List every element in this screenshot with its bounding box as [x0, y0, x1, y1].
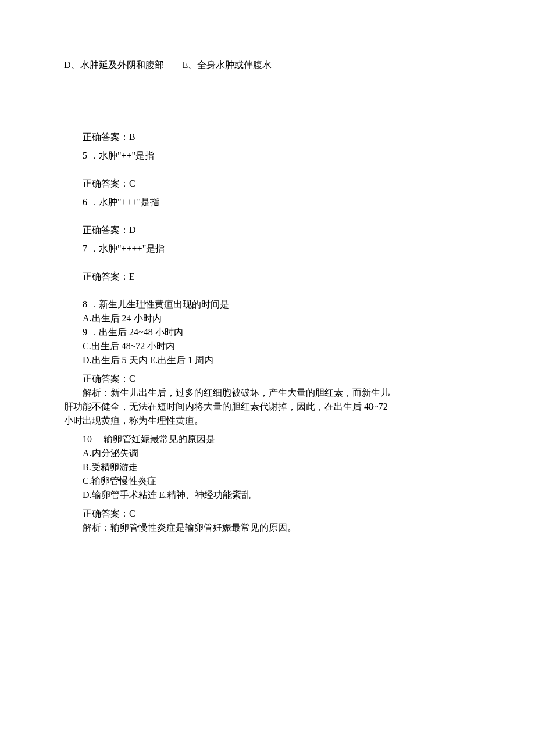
- q10-explanation: 解析：输卵管慢性炎症是输卵管妊娠最常见的原因。: [64, 521, 471, 535]
- answer-q4: 正确答案：B: [64, 130, 471, 144]
- answer-q8: 正确答案：C: [64, 372, 471, 386]
- q10-option-a: A.内分泌失调: [64, 446, 471, 460]
- spacer: [64, 209, 471, 223]
- question-10: 10 输卵管妊娠最常见的原因是: [64, 432, 471, 446]
- question-5: 5 ．水肿"++"是指: [64, 149, 471, 163]
- answer-q7: 正确答案：E: [64, 270, 471, 284]
- question-6: 6 ．水肿"+++"是指: [64, 195, 471, 209]
- spacer: [64, 191, 471, 195]
- q8-option-de: D.出生后 5 天内 E.出生后 1 周内: [64, 353, 471, 367]
- question-8: 8 ．新生儿生理性黄疸出现的时间是: [64, 298, 471, 311]
- q8-explanation-3: 小时出现黄疸，称为生理性黄疸。: [64, 414, 471, 428]
- answer-q10: 正确答案：C: [64, 507, 471, 521]
- question-7: 7 ．水肿"++++"是指: [64, 242, 471, 256]
- document-page: D、水肿延及外阴和腹部 E、全身水肿或伴腹水 正确答案：B 5 ．水肿"++"是…: [0, 0, 535, 581]
- spacer: [64, 163, 471, 177]
- spacer: [64, 144, 471, 149]
- spacer: [64, 237, 471, 242]
- q8-explanation-2: 肝功能不健全，无法在短时间内将大量的胆红素代谢掉，因此，在出生后 48~72: [64, 400, 471, 414]
- q8-option-a: A.出生后 24 小时内: [64, 311, 471, 325]
- q8-option-b: 9 ．出生后 24~48 小时内: [64, 325, 471, 339]
- spacer: [64, 428, 471, 432]
- q10-option-b: B.受精卵游走: [64, 460, 471, 474]
- spacer: [64, 72, 471, 130]
- answer-q5: 正确答案：C: [64, 177, 471, 191]
- spacer: [64, 367, 471, 372]
- q10-option-c: C.输卵管慢性炎症: [64, 474, 471, 488]
- q10-option-de: D.输卵管手术粘连 E.精神、神经功能紊乱: [64, 488, 471, 502]
- spacer: [64, 502, 471, 507]
- q8-option-c: C.出生后 48~72 小时内: [64, 339, 471, 353]
- spacer: [64, 284, 471, 298]
- answer-q6: 正确答案：D: [64, 223, 471, 237]
- spacer: [64, 256, 471, 270]
- option-line-de: D、水肿延及外阴和腹部 E、全身水肿或伴腹水: [64, 58, 471, 72]
- q8-explanation-1: 解析：新生儿出生后，过多的红细胞被破坏，产生大量的胆红素，而新生儿: [64, 386, 471, 400]
